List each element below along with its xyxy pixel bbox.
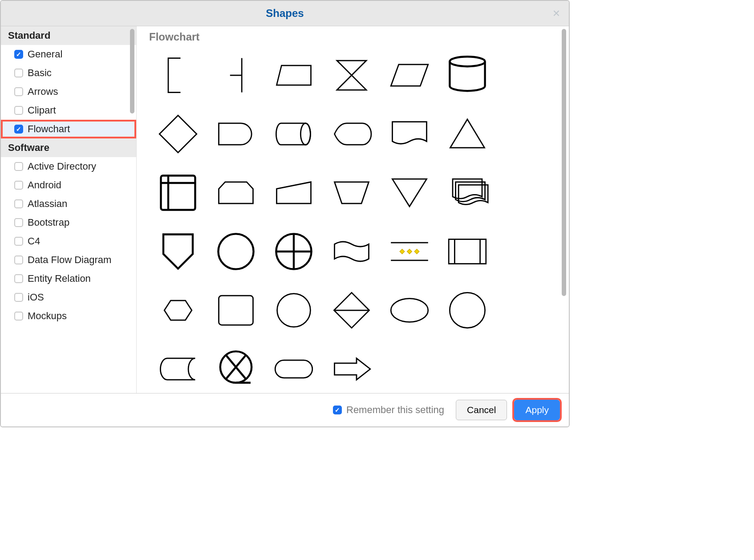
category-item-label: Basic <box>28 67 52 79</box>
checkbox[interactable] <box>14 69 23 77</box>
checkbox[interactable] <box>14 237 23 246</box>
category-item[interactable]: General <box>1 45 136 64</box>
checkbox[interactable] <box>14 87 23 96</box>
direct-data-cylinder-icon[interactable] <box>265 106 323 162</box>
checkbox[interactable] <box>14 50 23 59</box>
sort-diamond-icon[interactable] <box>323 282 381 339</box>
sidebar: StandardGeneralBasicArrowsClipartFlowcha… <box>1 26 137 393</box>
checkbox[interactable] <box>14 125 23 134</box>
category-item-label: iOS <box>28 292 44 303</box>
svg-rect-23 <box>275 360 312 378</box>
category-header: Software <box>1 138 136 157</box>
circle-icon[interactable] <box>438 282 496 339</box>
close-icon[interactable]: × <box>553 6 560 20</box>
preview-scrollbar[interactable] <box>562 29 566 296</box>
cancel-button[interactable]: Cancel <box>456 400 507 420</box>
category-item-label: Arrows <box>28 86 58 97</box>
checkbox[interactable] <box>14 293 23 302</box>
preparation-hexagon-icon[interactable] <box>149 282 207 339</box>
category-item[interactable]: Flowchart <box>1 120 136 138</box>
core-dots-icon[interactable] <box>381 223 438 280</box>
checkbox[interactable] <box>14 256 23 264</box>
category-item[interactable]: Basic <box>1 64 136 82</box>
multi-document-icon[interactable] <box>438 164 496 221</box>
category-item[interactable]: Bootstrap <box>1 213 136 232</box>
category-item-label: Bootstrap <box>28 217 69 228</box>
dialog-body: StandardGeneralBasicArrowsClipartFlowcha… <box>1 26 569 393</box>
tape-reel-icon[interactable] <box>207 341 265 393</box>
remember-checkbox[interactable] <box>333 406 342 414</box>
category-item-label: Atlassian <box>28 198 67 210</box>
document-icon[interactable] <box>381 106 438 162</box>
category-item[interactable]: Android <box>1 176 136 195</box>
annotation-bracket-joined-icon[interactable] <box>207 47 265 104</box>
category-item-label: Active Directory <box>28 161 96 172</box>
manual-operation-icon[interactable] <box>323 164 381 221</box>
category-item-label: General <box>28 49 62 60</box>
merge-triangle-down-icon[interactable] <box>381 164 438 221</box>
category-item[interactable]: Atlassian <box>1 195 136 213</box>
checkbox[interactable] <box>14 218 23 227</box>
checkbox[interactable] <box>14 312 23 321</box>
process-rectangle-icon[interactable] <box>207 282 265 339</box>
shape-grid <box>149 47 556 393</box>
offpage-connector-icon[interactable] <box>149 223 207 280</box>
checkbox[interactable] <box>14 181 23 190</box>
summing-junction-icon[interactable] <box>265 223 323 280</box>
category-item[interactable]: Mockups <box>1 307 136 325</box>
category-item-label: C4 <box>28 235 40 247</box>
category-item[interactable]: Active Directory <box>1 157 136 176</box>
svg-point-1 <box>300 123 310 145</box>
apply-button[interactable]: Apply <box>514 400 560 420</box>
footer: Remember this setting Cancel Apply <box>1 393 569 426</box>
internal-storage-icon[interactable] <box>149 164 207 221</box>
category-item[interactable]: Arrows <box>1 82 136 101</box>
data-io-icon[interactable] <box>265 47 323 104</box>
category-item-label: Entity Relation <box>28 273 91 284</box>
category-item-label: Data Flow Diagram <box>28 254 111 266</box>
checkbox[interactable] <box>14 162 23 171</box>
remember-label: Remember this setting <box>346 404 444 416</box>
loop-limit-icon[interactable] <box>207 164 265 221</box>
delay-icon[interactable] <box>207 106 265 162</box>
arrow-block-icon[interactable] <box>323 341 381 393</box>
remember-setting[interactable]: Remember this setting <box>333 404 444 416</box>
preview-pane: Flowchart <box>137 26 569 393</box>
manual-input-icon[interactable] <box>265 164 323 221</box>
svg-point-17 <box>391 299 428 322</box>
connector-circle-icon[interactable] <box>207 223 265 280</box>
svg-point-0 <box>450 57 485 66</box>
checkbox[interactable] <box>14 199 23 208</box>
small-circle-icon[interactable] <box>265 282 323 339</box>
category-item[interactable]: iOS <box>1 288 136 307</box>
terminator-rounded-icon[interactable] <box>265 341 323 393</box>
category-item[interactable]: Entity Relation <box>1 269 136 288</box>
predefined-process-icon[interactable] <box>438 223 496 280</box>
category-item[interactable]: Data Flow Diagram <box>1 251 136 269</box>
extract-triangle-icon[interactable] <box>438 106 496 162</box>
category-item[interactable]: Clipart <box>1 101 136 120</box>
shapes-dialog: Shapes × StandardGeneralBasicArrowsClipa… <box>0 0 570 427</box>
parallelogram-icon[interactable] <box>381 47 438 104</box>
svg-point-15 <box>277 294 311 327</box>
dialog-title: Shapes <box>266 7 304 19</box>
decision-diamond-icon[interactable] <box>149 106 207 162</box>
svg-point-18 <box>450 292 485 328</box>
svg-rect-2 <box>161 176 195 210</box>
database-cylinder-icon[interactable] <box>438 47 496 104</box>
stored-data-icon[interactable] <box>149 341 207 393</box>
category-item-label: Clipart <box>28 105 56 116</box>
collate-icon[interactable] <box>323 47 381 104</box>
punched-tape-icon[interactable] <box>323 223 381 280</box>
title-bar: Shapes × <box>1 1 569 26</box>
display-icon[interactable] <box>323 106 381 162</box>
checkbox[interactable] <box>14 274 23 283</box>
ellipse-terminator-icon[interactable] <box>381 282 438 339</box>
checkbox[interactable] <box>14 106 23 115</box>
annotation-bracket-left-icon[interactable] <box>149 47 207 104</box>
svg-point-5 <box>218 234 253 269</box>
category-item-label: Android <box>28 179 61 191</box>
category-item[interactable]: C4 <box>1 232 136 251</box>
svg-rect-14 <box>219 296 253 325</box>
sidebar-scrollbar[interactable] <box>130 29 134 114</box>
